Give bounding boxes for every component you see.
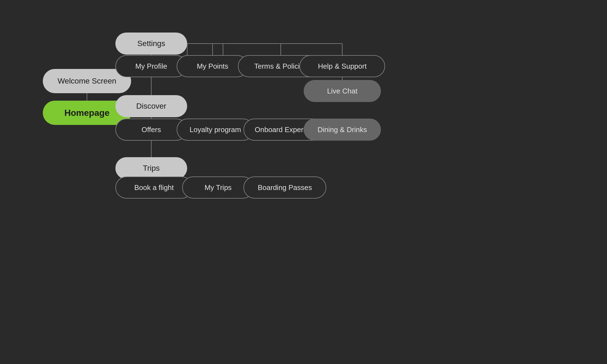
offers-label: Offers [142,125,161,134]
offers-node[interactable]: Offers [115,119,187,141]
my-points-node[interactable]: My Points [177,55,248,77]
book-flight-node[interactable]: Book a flight [115,176,193,199]
welcome-screen-label: Welcome Screen [58,77,116,85]
settings-label: Settings [137,39,165,48]
trips-node[interactable]: Trips [115,157,187,179]
help-support-node[interactable]: Help & Support [299,55,385,77]
settings-node[interactable]: Settings [115,33,187,55]
discover-node[interactable]: Discover [115,95,187,117]
live-chat-node[interactable]: Live Chat [304,80,381,102]
my-profile-label: My Profile [135,62,167,71]
my-trips-node[interactable]: My Trips [182,176,254,199]
loyalty-program-label: Loyalty program [190,125,241,134]
boarding-passes-label: Boarding Passes [258,183,312,192]
my-trips-label: My Trips [205,183,232,192]
book-flight-label: Book a flight [134,183,174,192]
discover-label: Discover [136,102,166,111]
boarding-passes-node[interactable]: Boarding Passes [243,176,326,199]
dining-drinks-label: Dining & Drinks [317,125,367,134]
homepage-label: Homepage [64,108,110,118]
help-support-label: Help & Support [318,62,367,71]
my-points-label: My Points [197,62,228,71]
loyalty-program-node[interactable]: Loyalty program [177,119,254,141]
my-profile-node[interactable]: My Profile [115,55,187,77]
live-chat-label: Live Chat [327,87,357,95]
trips-label: Trips [143,164,160,173]
dining-drinks-node[interactable]: Dining & Drinks [304,119,381,141]
